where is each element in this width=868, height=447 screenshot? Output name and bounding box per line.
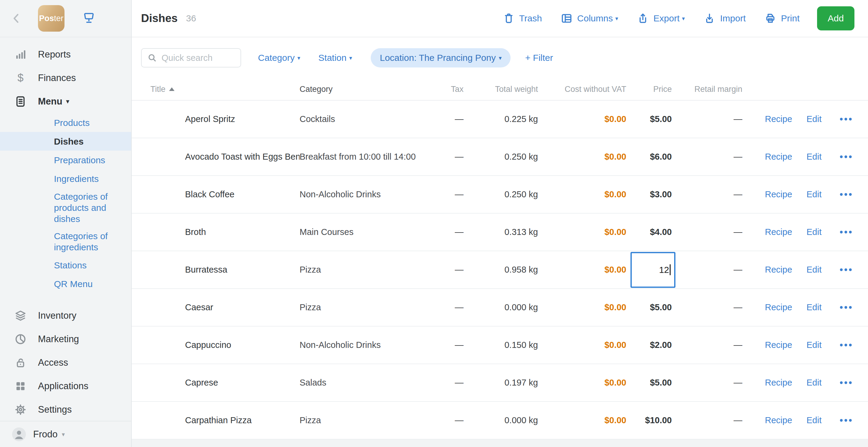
more-actions-button[interactable] <box>838 118 852 121</box>
edit-link[interactable]: Edit <box>807 189 822 199</box>
table-row: Carpathian Pizza Pizza — 0.000 kg $0.00 … <box>132 402 868 440</box>
more-actions-button[interactable] <box>838 381 852 384</box>
dish-cost-without-vat: $0.00 <box>538 302 626 312</box>
poster-logo[interactable]: Poster <box>38 5 64 32</box>
sidebar-item-ingredients[interactable]: Ingredients <box>0 169 131 188</box>
columns-button[interactable]: Columns <box>561 12 618 24</box>
sidebar-item-settings[interactable]: Settings <box>0 398 131 421</box>
recipe-link[interactable]: Recipe <box>765 114 792 124</box>
dish-price[interactable]: $2.00 <box>650 340 672 350</box>
edit-link[interactable]: Edit <box>807 415 822 425</box>
dish-cost-without-vat: $0.00 <box>538 340 626 350</box>
dish-retail-margin: — <box>672 114 742 124</box>
quick-search <box>141 48 241 67</box>
dish-cost-without-vat: $0.00 <box>538 114 626 124</box>
recipe-link[interactable]: Recipe <box>765 152 792 161</box>
sidebar-item-stations[interactable]: Stations <box>0 256 131 275</box>
sidebar-nav: Reports $ Finances Menu Products Dishes … <box>0 37 131 421</box>
sidebar-subitem-label: Ingredients <box>54 173 98 184</box>
sidebar-subitem-label: Products <box>54 117 90 128</box>
sidebar-item-access[interactable]: Access <box>0 351 131 374</box>
add-button[interactable]: Add <box>817 6 855 30</box>
back-button[interactable] <box>9 11 24 26</box>
dish-price[interactable]: $5.00 <box>650 302 672 312</box>
recipe-link[interactable]: Recipe <box>765 340 792 350</box>
column-header-cost[interactable]: Cost without VAT <box>538 85 626 94</box>
recipe-link[interactable]: Recipe <box>765 189 792 199</box>
edit-link[interactable]: Edit <box>807 340 822 350</box>
sidebar-item-finances[interactable]: $ Finances <box>0 66 131 90</box>
column-header-category[interactable]: Category <box>300 85 426 94</box>
table-footer <box>132 440 868 447</box>
recipe-link[interactable]: Recipe <box>765 378 792 387</box>
more-actions-button[interactable] <box>838 268 852 271</box>
station-filter[interactable]: Station <box>318 53 352 63</box>
import-button[interactable]: Import <box>704 12 746 24</box>
dish-price[interactable]: $10.00 <box>645 415 672 425</box>
table-body: Aperol Spritz Cocktails — 0.225 kg $0.00… <box>132 101 868 440</box>
sidebar-item-qr-menu[interactable]: QR Menu <box>0 275 131 293</box>
dish-retail-margin: — <box>672 378 742 388</box>
recipe-link[interactable]: Recipe <box>765 265 792 275</box>
add-filter-button[interactable]: + Filter <box>525 53 553 63</box>
dish-price[interactable]: $5.00 <box>650 378 672 387</box>
edit-link[interactable]: Edit <box>807 378 822 387</box>
sidebar-header: Poster <box>0 0 131 37</box>
search-input[interactable] <box>161 53 237 63</box>
table-row: Caesar Pizza — 0.000 kg $0.00 $5.00 — Re… <box>132 289 868 326</box>
sidebar-item-menu[interactable]: Menu <box>0 90 131 113</box>
price-edit-input[interactable]: 12 <box>630 252 675 288</box>
table-row: Cappuccino Non-Alcoholic Drinks — 0.150 … <box>132 326 868 364</box>
dish-price[interactable]: $4.00 <box>650 227 672 237</box>
more-actions-button[interactable] <box>838 344 852 346</box>
dish-total-weight: 0.000 kg <box>464 302 538 312</box>
more-actions-button[interactable] <box>838 193 852 196</box>
edit-link[interactable]: Edit <box>807 114 822 124</box>
sidebar-item-categories-of-products[interactable]: Categories of products and dishes <box>0 188 131 227</box>
category-filter[interactable]: Category <box>258 53 300 63</box>
sidebar-item-products[interactable]: Products <box>0 113 131 132</box>
sidebar-item-applications[interactable]: Applications <box>0 374 131 398</box>
pie-chart-icon <box>13 333 28 346</box>
recipe-link[interactable]: Recipe <box>765 415 792 425</box>
location-filter-chip[interactable]: Location: The Prancing Pony <box>371 48 510 67</box>
recipe-link[interactable]: Recipe <box>765 227 792 237</box>
recipe-link[interactable]: Recipe <box>765 302 792 312</box>
sidebar-item-marketing[interactable]: Marketing <box>0 327 131 351</box>
dish-cost-without-vat: $0.00 <box>538 227 626 237</box>
more-actions-button[interactable] <box>838 231 852 233</box>
edit-link[interactable]: Edit <box>807 227 822 237</box>
sidebar-item-reports[interactable]: Reports <box>0 43 131 66</box>
sidebar-item-label: Access <box>38 357 68 368</box>
export-button[interactable]: Export <box>637 12 685 24</box>
sidebar-item-categories-of-ingredients[interactable]: Categories of ingredients <box>0 227 131 256</box>
dish-price[interactable]: $6.00 <box>650 152 672 161</box>
dish-tax: — <box>426 152 464 162</box>
table-header: Title Category Tax Total weight Cost wit… <box>132 78 868 101</box>
more-actions-button[interactable] <box>838 155 852 158</box>
terminal-button[interactable] <box>82 11 96 26</box>
dish-price[interactable]: $5.00 <box>650 114 672 124</box>
print-button[interactable]: Print <box>764 12 800 24</box>
more-actions-button[interactable] <box>838 306 852 309</box>
sidebar-item-dishes[interactable]: Dishes <box>0 132 131 151</box>
sidebar-item-preparations[interactable]: Preparations <box>0 151 131 169</box>
sidebar-subitem-label: Stations <box>54 260 87 271</box>
text-cursor <box>670 264 671 275</box>
edit-link[interactable]: Edit <box>807 265 822 275</box>
sidebar-item-inventory[interactable]: Inventory <box>0 304 131 327</box>
chevron-down-icon <box>298 55 301 61</box>
column-header-title[interactable]: Title <box>150 85 300 94</box>
more-actions-button[interactable] <box>838 419 852 422</box>
dish-price[interactable]: $3.00 <box>650 189 672 199</box>
edit-link[interactable]: Edit <box>807 152 822 161</box>
edit-link[interactable]: Edit <box>807 302 822 312</box>
column-header-tax[interactable]: Tax <box>426 85 464 94</box>
column-header-price[interactable]: Price <box>626 85 672 94</box>
user-menu[interactable]: Frodo <box>0 421 131 447</box>
column-header-retail-margin[interactable]: Retail margin <box>672 85 742 94</box>
column-header-total-weight[interactable]: Total weight <box>464 85 538 94</box>
trash-button[interactable]: Trash <box>503 12 542 24</box>
layers-icon <box>13 309 28 322</box>
sidebar-item-label: Applications <box>38 381 88 391</box>
